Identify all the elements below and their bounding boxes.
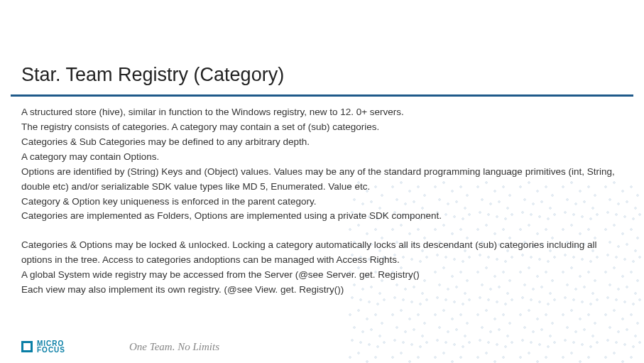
body-line: A global System wide registry may be acc… — [21, 268, 623, 283]
footer: MICRO FOCUS One Team. No Limits — [21, 340, 219, 353]
microfocus-logo: MICRO FOCUS — [21, 340, 65, 353]
logo-square-icon — [21, 341, 33, 352]
body-line: Options are identified by (String) Keys … — [21, 165, 623, 195]
body-line: Categories & Options may be locked & unl… — [21, 238, 623, 268]
body-line: Categories are implemented as Folders, O… — [21, 209, 623, 224]
body-line: The registry consists of categories. A c… — [21, 120, 623, 135]
body-line: A category may contain Options. — [21, 150, 623, 165]
body-line: Category & Option key uniqueness is enfo… — [21, 195, 623, 210]
logo-text: MICRO FOCUS — [37, 340, 65, 353]
body-line: Each view may also implement its own reg… — [21, 283, 623, 298]
slide: Star. Team Registry (Category) A structu… — [0, 0, 644, 363]
paragraph-break — [21, 224, 623, 238]
body-line: A structured store (hive), similar in fu… — [21, 105, 623, 120]
title-area: Star. Team Registry (Category) — [0, 0, 644, 94]
logo-line2: FOCUS — [37, 347, 65, 353]
body-line: Categories & Sub Categories may be defin… — [21, 135, 623, 150]
page-title: Star. Team Registry (Category) — [21, 64, 623, 86]
body-area: A structured store (hive), similar in fu… — [0, 97, 644, 298]
tagline: One Team. No Limits — [129, 341, 219, 353]
